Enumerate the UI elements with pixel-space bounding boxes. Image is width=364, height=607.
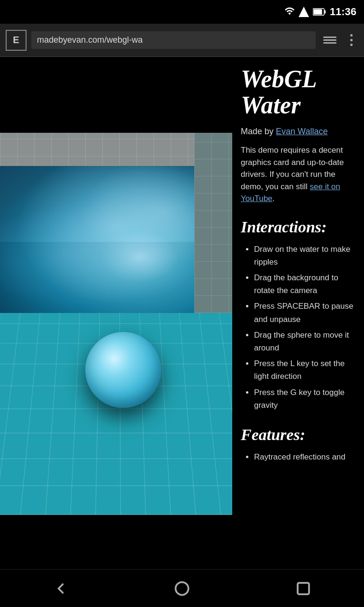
- pool-side-wall: [194, 133, 232, 313]
- svg-rect-3: [313, 9, 322, 15]
- home-button[interactable]: [168, 574, 196, 603]
- made-by-line: Made by Evan Wallace: [241, 127, 355, 137]
- list-item: Draw on the water to make ripples: [254, 243, 355, 268]
- list-item: Press SPACEBAR to pause and unpause: [254, 300, 355, 325]
- browser-favicon: E: [6, 30, 27, 51]
- content-area: WebGL Water Made by Evan Wallace This de…: [0, 57, 364, 579]
- signal-icon: [299, 7, 309, 17]
- list-item: Drag the sphere to move it around: [254, 329, 355, 354]
- evan-wallace-link[interactable]: Evan Wallace: [276, 127, 328, 136]
- browser-menu-button[interactable]: [344, 31, 358, 50]
- interactions-heading: Interactions:: [241, 218, 355, 236]
- tabs-button[interactable]: [320, 31, 339, 50]
- webgl-canvas[interactable]: [0, 57, 232, 579]
- time-display: 11:36: [330, 6, 356, 18]
- list-item: Drag the background to rotate the camera: [254, 271, 355, 297]
- pool-scene: [0, 57, 232, 484]
- list-item: Raytraced reflections and: [254, 451, 355, 463]
- home-icon: [173, 580, 191, 597]
- interactions-list: Draw on the water to make ripples Drag t…: [241, 243, 355, 412]
- back-button[interactable]: [46, 574, 75, 603]
- features-section: Features: Raytraced reflections and: [241, 426, 355, 463]
- sphere-object: [85, 332, 161, 408]
- info-panel: WebGL Water Made by Evan Wallace This de…: [232, 57, 364, 579]
- url-bar[interactable]: madebyevan.com/webgl-wa: [31, 31, 316, 49]
- svg-marker-0: [299, 7, 309, 17]
- recent-icon: [295, 580, 312, 597]
- back-icon: [52, 580, 69, 597]
- page-container: 11:36 E madebyevan.com/webgl-wa: [0, 0, 364, 607]
- bottom-navigation: [0, 569, 364, 607]
- page-title: WebGL Water: [241, 66, 355, 118]
- features-heading: Features:: [241, 426, 355, 444]
- description-text: This demo requires a decent graphics car…: [241, 144, 355, 205]
- battery-icon: [313, 8, 326, 16]
- svg-point-4: [176, 582, 189, 595]
- status-icons: 11:36: [284, 6, 356, 18]
- list-item: Press the G key to toggle gravity: [254, 386, 355, 412]
- wifi-icon: [284, 7, 295, 17]
- svg-rect-2: [324, 10, 326, 14]
- svg-rect-5: [298, 583, 309, 594]
- status-bar: 11:36: [0, 0, 364, 24]
- list-item: Press the L key to set the light directi…: [254, 357, 355, 383]
- browser-toolbar: E madebyevan.com/webgl-wa: [0, 24, 364, 57]
- recent-apps-button[interactable]: [289, 574, 318, 603]
- features-list: Raytraced reflections and: [241, 451, 355, 463]
